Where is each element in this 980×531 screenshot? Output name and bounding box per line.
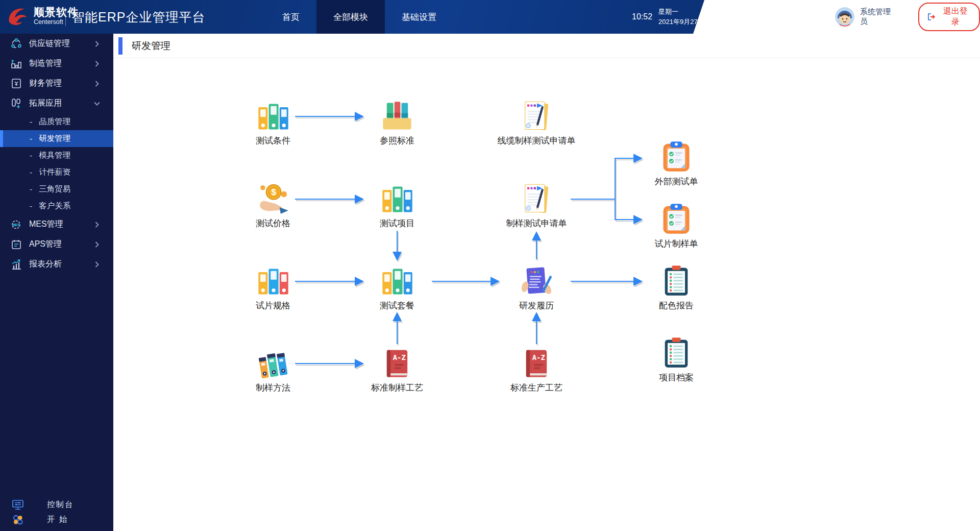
- nav-tab-all-modules[interactable]: 全部模块: [316, 0, 385, 34]
- flow-node-standard-sample-process[interactable]: 标准制样工艺: [344, 346, 451, 393]
- subitem-dash: -: [30, 202, 32, 211]
- sidebar-subitem-quality-mgmt[interactable]: -品质管理: [0, 113, 113, 130]
- sidebar-subitem-label: 模具管理: [39, 150, 70, 161]
- flow-node-specimen-spec[interactable]: 试片规格: [219, 264, 327, 311]
- subitem-dash: -: [30, 151, 32, 160]
- flow-node-rd-history[interactable]: 研发履历: [483, 264, 590, 311]
- sidebar: 供应链管理制造管理财务管理拓展应用-品质管理-研发管理-模具管理-计件薪资-三角…: [0, 34, 113, 531]
- app-title: 智能ERP企业管理平台: [71, 0, 205, 34]
- books-stand-icon: [380, 99, 414, 134]
- rd-flow-diagram: 测试条件参照标准线缆制样测试申请单测试价格测试项目制样测试申请单外部测试单试片制…: [0, 0, 980, 531]
- flow-node-label: 外部测试单: [655, 177, 698, 187]
- page-header: 研发管理: [113, 34, 980, 58]
- logout-label: 退出登录: [939, 6, 971, 28]
- sidebar-subitem-piece-wage[interactable]: -计件薪资: [0, 164, 113, 181]
- flow-node-label: 制样测试申请单: [506, 219, 567, 229]
- sidebar-item-label: APS管理: [29, 239, 62, 250]
- chevron-right-icon: [95, 81, 99, 87]
- sidebar-subitem-label: 计件薪资: [39, 167, 70, 178]
- header-user-area: 系统管理员 退出登录: [693, 0, 980, 34]
- mes-icon: [10, 219, 22, 231]
- avatar[interactable]: [835, 7, 854, 27]
- nav-tab-home[interactable]: 首页: [265, 0, 316, 34]
- footer-label: 控制台: [47, 499, 74, 510]
- flow-node-sample-test-request[interactable]: 制样测试申请单: [483, 182, 590, 229]
- hand-coin-icon: [256, 182, 290, 216]
- sidebar-subitem-rd-mgmt[interactable]: -研发管理: [0, 130, 113, 147]
- doc-pen-icon: [519, 99, 554, 134]
- flow-node-label: 项目档案: [659, 373, 694, 383]
- flow-node-project-archive[interactable]: 项目档案: [623, 336, 730, 383]
- centersoft-logo-icon: [6, 4, 30, 28]
- clipboard-navy-icon: [659, 336, 694, 371]
- header-divider: [65, 8, 66, 26]
- chevron-right-icon: [95, 222, 99, 228]
- sidebar-subitem-customer-relation[interactable]: -客户关系: [0, 198, 113, 214]
- sidebar-item-mes[interactable]: MES管理: [0, 214, 113, 234]
- binders-a-icon: [380, 264, 414, 299]
- flow-node-specimen-sample-sheet[interactable]: 试片制样单: [623, 202, 730, 249]
- flow-node-label: 测试套餐: [380, 301, 414, 311]
- sidebar-subitem-triangle-trade[interactable]: -三角贸易: [0, 181, 113, 198]
- book-az-icon: [519, 346, 554, 381]
- sidebar-subitem-label: 三角贸易: [39, 184, 70, 195]
- clipboard-navy-icon: [659, 264, 694, 299]
- flow-node-label: 标准生产工艺: [510, 383, 562, 393]
- console-icon: [11, 498, 24, 512]
- logout-icon: [927, 13, 936, 21]
- sidebar-footer-start[interactable]: 开 始: [0, 512, 113, 527]
- sidebar-item-finance[interactable]: 财务管理: [0, 74, 113, 93]
- sidebar-subitem-mold-mgmt[interactable]: -模具管理: [0, 147, 113, 164]
- page-title: 研发管理: [132, 39, 170, 53]
- flow-node-test-package[interactable]: 测试套餐: [344, 264, 451, 311]
- flow-node-test-condition[interactable]: 测试条件: [219, 99, 327, 146]
- erp-app-window: 测试条件参照标准线缆制样测试申请单测试价格测试项目制样测试申请单外部测试单试片制…: [0, 0, 980, 531]
- report-analysis-icon: [10, 258, 22, 271]
- flow-node-label: 研发履历: [519, 301, 554, 311]
- flow-node-sample-method[interactable]: 制样方法: [219, 346, 327, 393]
- flow-node-label: 测试条件: [256, 136, 290, 146]
- sidebar-item-report-analysis[interactable]: 报表分析: [0, 254, 113, 274]
- flow-node-label: 试片制样单: [655, 239, 698, 249]
- flow-node-label: 试片规格: [256, 301, 290, 311]
- subitem-dash: -: [30, 185, 32, 194]
- title-accent-bar: [118, 37, 122, 55]
- clipboard-orange-icon: [659, 202, 694, 237]
- flow-node-label: 参照标准: [380, 136, 414, 146]
- flow-node-color-report[interactable]: 配色报告: [623, 264, 730, 311]
- clock-time: 10:52: [632, 0, 652, 34]
- flow-node-standard-production-process[interactable]: 标准生产工艺: [483, 346, 590, 393]
- flow-node-cable-sample-test-request[interactable]: 线缆制样测试申请单: [483, 99, 590, 146]
- flow-node-label: 标准制样工艺: [371, 383, 423, 393]
- sidebar-item-label: MES管理: [29, 219, 63, 230]
- logout-button[interactable]: 退出登录: [918, 3, 980, 31]
- nav-tab-basic-settings[interactable]: 基础设置: [385, 0, 453, 34]
- sidebar-item-label: 报表分析: [29, 259, 62, 270]
- flow-node-external-test-sheet[interactable]: 外部测试单: [623, 140, 730, 187]
- chevron-right-icon: [95, 261, 99, 268]
- top-navbar: 顺景软件 Centersoft 智能ERP企业管理平台 首页全部模块基础设置 1…: [0, 0, 980, 34]
- chevron-down-icon: [94, 102, 100, 106]
- sidebar-item-label: 拓展应用: [29, 98, 62, 109]
- sidebar-subitem-label: 品质管理: [39, 116, 70, 127]
- sidebar-item-manufacturing[interactable]: 制造管理: [0, 54, 113, 74]
- side-menu: 供应链管理制造管理财务管理拓展应用-品质管理-研发管理-模具管理-计件薪资-三角…: [0, 34, 113, 274]
- flow-node-label: 测试项目: [380, 219, 414, 229]
- sidebar-subitem-label: 客户关系: [39, 201, 70, 211]
- flow-node-test-item[interactable]: 测试项目: [344, 182, 451, 229]
- sidebar-item-aps[interactable]: APS管理: [0, 234, 113, 254]
- sidebar-item-extended-apps[interactable]: 拓展应用: [0, 93, 113, 113]
- binders-a-icon: [256, 99, 290, 134]
- chevron-right-icon: [95, 41, 99, 47]
- flow-node-test-price[interactable]: 测试价格: [219, 182, 327, 229]
- sidebar-subitem-label: 研发管理: [39, 133, 70, 144]
- clipboard-orange-icon: [659, 140, 694, 175]
- flow-node-label: 线缆制样测试申请单: [498, 136, 576, 146]
- flow-node-label: 测试价格: [256, 219, 290, 229]
- logo[interactable]: 顺景软件 Centersoft: [6, 4, 79, 28]
- manufacturing-icon: [10, 58, 22, 70]
- flow-node-reference-standard[interactable]: 参照标准: [344, 99, 451, 146]
- aps-icon: [10, 238, 22, 251]
- sidebar-footer-console[interactable]: 控制台: [0, 497, 113, 512]
- sidebar-item-supply-chain[interactable]: 供应链管理: [0, 34, 113, 54]
